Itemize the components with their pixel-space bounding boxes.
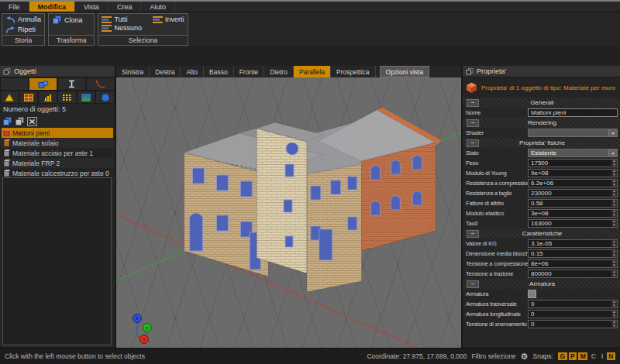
object-item-materiale-frp-2[interactable]: Materiale FRP 2	[2, 158, 113, 168]
viewport-3d[interactable]: z y x	[116, 77, 461, 349]
snap-toggle-p[interactable]: P	[569, 352, 577, 360]
object-item-label: Materiale solaio	[12, 139, 59, 147]
snap-toggle-g[interactable]: G	[558, 352, 567, 360]
inverti-button[interactable]: Inverti	[153, 15, 184, 23]
nessuno-button[interactable]: Nessuno	[102, 24, 142, 32]
object-cube-icon	[3, 129, 10, 136]
spinner-control[interactable]: ▲▼	[611, 270, 617, 277]
collapse-button[interactable]: −	[467, 99, 479, 107]
spinner-control[interactable]: ▲▼	[611, 200, 617, 207]
view-tab-parallela[interactable]: Parallela	[294, 66, 331, 77]
armatura-trasversale-input[interactable]: 0	[528, 300, 618, 308]
snap-toggle-m[interactable]: M	[578, 352, 587, 360]
copy-object-button[interactable]	[2, 117, 12, 126]
object-item-materiale-solaio[interactable]: Materiale solaio	[2, 138, 113, 148]
tensione-a-trazione-input[interactable]: 800000	[528, 270, 618, 278]
stato-dropdown[interactable]: Esistente▼	[528, 149, 618, 157]
annulla-button[interactable]: Annulla	[5, 15, 41, 23]
resistenza-a-taglio-input[interactable]: 230000	[528, 189, 618, 197]
chevron-down-icon[interactable]: ▼	[608, 149, 617, 156]
clona-button[interactable]: Clona	[52, 15, 91, 24]
category-beams-button[interactable]	[57, 77, 86, 91]
snap-toggle-c[interactable]: C	[589, 352, 598, 360]
tensione-di-snervamento-input[interactable]: 0	[528, 320, 618, 328]
spinner-control[interactable]: ▲▼	[611, 170, 617, 177]
tutti-button[interactable]: Tutti	[102, 15, 142, 23]
resistenza-a-compressione-input[interactable]: 6.2e+06	[528, 179, 618, 187]
view-tab-destra[interactable]: Destra	[150, 66, 181, 77]
axis-gizmo[interactable]: z y x	[133, 314, 151, 344]
view-options-button[interactable]: Opzioni vista	[380, 66, 430, 77]
menu-vista[interactable]: Vista	[75, 2, 108, 12]
peso-input[interactable]: 17500	[528, 159, 618, 167]
category-textures-button[interactable]	[77, 91, 96, 104]
object-item-materiale-acciaio-per-aste-1[interactable]: Materiale acciaio per aste 1	[2, 148, 113, 158]
category-spheres-button[interactable]	[95, 91, 115, 104]
building-model[interactable]	[184, 108, 442, 292]
valore-di-kg-input[interactable]: 3.1e-05	[528, 239, 618, 248]
view-tab-basso[interactable]: Basso	[204, 66, 234, 77]
collapse-button[interactable]: −	[467, 280, 479, 288]
shader-dropdown[interactable]: ▼	[528, 129, 618, 137]
tau0-input[interactable]: 163000	[528, 219, 618, 228]
spinner-control[interactable]: ▲▼	[611, 220, 617, 227]
spinner-control[interactable]: ▲▼	[611, 250, 617, 257]
spinner-control[interactable]: ▲▼	[611, 180, 617, 187]
view-tab-alto[interactable]: Alto	[181, 66, 204, 77]
spinner-control[interactable]: ▲▼	[611, 311, 617, 318]
object-category-grid	[0, 77, 115, 104]
armatura-longitudinale-input[interactable]: 0	[528, 310, 618, 318]
property-row-dimensione-media-blocchi: Dimensione media blocchi0.15▲▼	[463, 249, 620, 259]
category-mesh-button[interactable]	[57, 91, 77, 104]
category-curves-icon	[95, 80, 105, 88]
snap-toggle-i[interactable]: I	[599, 352, 604, 360]
spinner-control[interactable]: ▲▼	[611, 260, 617, 267]
tensione-a-compressione-input[interactable]: 8e+06	[528, 259, 618, 268]
menu-aiuto[interactable]: Aiuto	[141, 2, 175, 12]
gear-icon[interactable]: ⚙	[521, 352, 529, 360]
collapse-button[interactable]: −	[467, 230, 479, 238]
snap-toggle-n[interactable]: N	[607, 352, 615, 360]
collapse-button[interactable]: −	[467, 119, 479, 127]
spinner-control[interactable]: ▲▼	[611, 210, 617, 217]
category-loads-button[interactable]	[0, 91, 19, 104]
spinner-control[interactable]: ▲▼	[611, 300, 617, 307]
property-label: Armatura	[463, 290, 528, 297]
property-row-shader: Shader▼	[463, 128, 620, 138]
view-tab-dietro[interactable]: Dietro	[264, 66, 294, 77]
armatura-checkbox[interactable]	[528, 290, 536, 298]
selection-filter-label[interactable]: Filtro selezione	[471, 352, 515, 360]
collapse-button[interactable]: −	[467, 139, 479, 147]
category-textures-icon	[81, 94, 91, 101]
view-tab-fronte[interactable]: Fronte	[234, 66, 265, 77]
property-row-modulo-di-young: Modulo di Young9e+08▲▼	[463, 168, 620, 178]
menu-crea[interactable]: Crea	[108, 2, 142, 12]
duplicate-icon	[15, 117, 25, 126]
category-blank-button[interactable]	[0, 77, 29, 91]
duplicate-object-button[interactable]	[15, 117, 25, 126]
view-tab-sinistra[interactable]: Sinistra	[116, 66, 150, 77]
modulo-di-young-input[interactable]: 9e+08	[528, 169, 618, 177]
delete-object-button[interactable]	[27, 117, 37, 126]
spinner-control[interactable]: ▲▼	[611, 240, 617, 247]
category-walls-button[interactable]	[19, 91, 39, 104]
category-analysis-button[interactable]	[38, 91, 57, 104]
menu-modifica[interactable]: Modifica	[29, 2, 76, 12]
spinner-control[interactable]: ▲▼	[611, 160, 617, 167]
nome-input[interactable]: Mattoni pieni	[528, 108, 618, 117]
fattore-di-attrito-input[interactable]: 0.58	[528, 199, 618, 208]
view-tab-prospettica[interactable]: Prospettica	[331, 66, 376, 77]
dimensione-media-blocchi-input[interactable]: 0.15	[528, 249, 618, 258]
object-item-mattoni-pieni[interactable]: Mattoni pieni	[2, 128, 113, 138]
category-materials-button[interactable]	[29, 77, 57, 91]
category-curves-button[interactable]	[86, 77, 115, 91]
chevron-down-icon[interactable]: ▼	[608, 129, 617, 136]
ripeti-button[interactable]: Ripeti	[5, 26, 41, 33]
objects-list: Mattoni pieniMateriale solaioMateriale a…	[2, 128, 113, 178]
spinner-control[interactable]: ▲▼	[611, 321, 617, 328]
modulo-elastico-input[interactable]: 3e+08	[528, 209, 618, 218]
spinner-control[interactable]: ▲▼	[611, 190, 617, 197]
properties-banner: Proprieta' di 1 oggetto di tipo: Materia…	[463, 77, 620, 98]
menu-file[interactable]: File	[0, 2, 29, 12]
nessuno-icon	[102, 25, 112, 32]
